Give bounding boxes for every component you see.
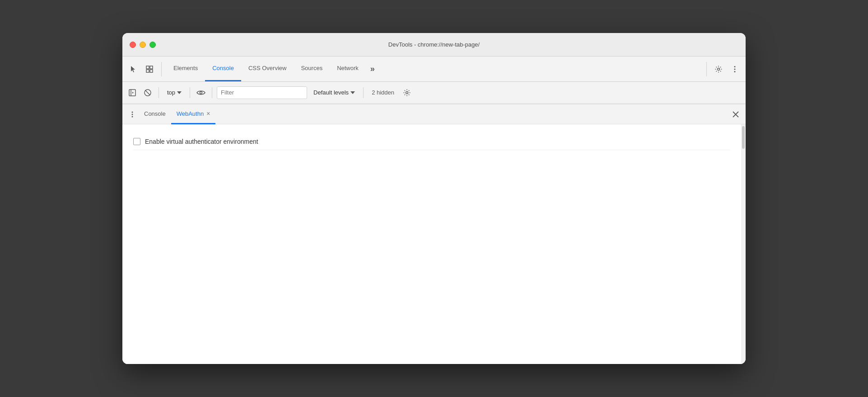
svg-rect-2	[146, 70, 149, 72]
devtools-window: DevTools - chrome://new-tab-page/ Elemen…	[122, 33, 746, 364]
traffic-lights	[130, 42, 156, 48]
webauthn-tab-close-button[interactable]: ×	[206, 110, 210, 117]
gear-icon	[714, 65, 723, 73]
svg-point-14	[132, 113, 133, 115]
play-sidebar-icon	[128, 89, 136, 97]
drawer-panel: Console WebAuthn × Enable virtual authe	[122, 104, 746, 364]
console-settings-button[interactable]	[401, 86, 413, 99]
console-separator-3	[212, 87, 212, 98]
toolbar-right	[711, 62, 742, 76]
svg-point-7	[734, 71, 736, 72]
svg-rect-3	[150, 70, 153, 72]
drawer-close-button[interactable]	[729, 108, 742, 121]
scrollbar-thumb[interactable]	[742, 126, 745, 149]
close-button[interactable]	[130, 42, 136, 48]
cursor-icon-button[interactable]	[126, 62, 140, 76]
title-bar: DevTools - chrome://new-tab-page/	[122, 33, 746, 57]
eye-icon	[196, 90, 205, 96]
svg-point-13	[132, 111, 133, 113]
webauthn-content: Enable virtual authenticator environment	[122, 124, 741, 251]
live-expressions-button[interactable]	[195, 86, 207, 99]
three-dots-vertical-icon	[131, 111, 133, 118]
console-separator-1	[159, 87, 159, 98]
scrollbar[interactable]	[741, 124, 746, 364]
minimize-button[interactable]	[140, 42, 146, 48]
context-dropdown[interactable]: top	[163, 87, 185, 98]
inspect-icon	[145, 65, 154, 73]
block-icon	[144, 89, 152, 97]
console-separator-2	[190, 87, 190, 98]
main-tabs: Elements Console CSS Overview Sources Ne…	[166, 57, 702, 81]
more-options-button[interactable]	[728, 62, 742, 76]
chevron-down-icon	[177, 91, 182, 94]
maximize-button[interactable]	[149, 42, 156, 48]
drawer-content: Enable virtual authenticator environment	[122, 124, 746, 364]
enable-virtual-auth-row: Enable virtual authenticator environment	[133, 133, 730, 150]
hidden-count-label: 2 hidden	[368, 89, 398, 96]
tab-console[interactable]: Console	[205, 56, 241, 81]
inspect-icon-button[interactable]	[142, 62, 157, 76]
empty-content-area	[122, 251, 741, 364]
svg-point-5	[734, 66, 736, 67]
close-icon	[733, 111, 739, 118]
tab-network[interactable]: Network	[330, 56, 366, 81]
sidebar-toggle-button[interactable]	[126, 86, 139, 99]
more-tabs-button[interactable]: »	[366, 56, 379, 81]
drawer-tab-console[interactable]: Console	[139, 104, 171, 124]
clear-console-button[interactable]	[141, 86, 154, 99]
tab-css-overview[interactable]: CSS Overview	[241, 56, 294, 81]
window-title: DevTools - chrome://new-tab-page/	[388, 41, 480, 48]
log-levels-dropdown[interactable]: Default levels	[310, 87, 359, 98]
svg-rect-0	[146, 66, 149, 69]
toolbar-separator-1	[161, 62, 162, 76]
enable-virtual-auth-checkbox[interactable]	[133, 138, 140, 145]
main-toolbar: Elements Console CSS Overview Sources Ne…	[122, 57, 746, 82]
cursor-icon	[129, 65, 137, 73]
settings-button[interactable]	[711, 62, 726, 76]
drawer-more-button[interactable]	[126, 108, 139, 121]
svg-point-11	[200, 91, 202, 94]
svg-point-6	[734, 68, 736, 70]
console-toolbar: top Default levels 2 hidden	[122, 82, 746, 104]
svg-line-10	[145, 90, 150, 95]
svg-point-15	[132, 116, 133, 117]
svg-rect-1	[150, 66, 153, 69]
drawer-toolbar: Console WebAuthn ×	[122, 104, 746, 124]
svg-point-12	[406, 91, 408, 94]
tab-sources[interactable]: Sources	[294, 56, 330, 81]
levels-chevron-icon	[350, 91, 355, 94]
content-scroll-area: Enable virtual authenticator environment	[122, 124, 741, 364]
console-gear-icon	[403, 89, 411, 97]
more-vertical-icon	[731, 65, 739, 73]
drawer-tab-webauthn[interactable]: WebAuthn ×	[171, 104, 216, 124]
svg-point-4	[718, 68, 720, 70]
console-separator-4	[363, 87, 364, 98]
filter-input[interactable]	[217, 86, 307, 99]
enable-virtual-auth-label: Enable virtual authenticator environment	[145, 138, 258, 145]
tab-elements[interactable]: Elements	[166, 56, 205, 81]
toolbar-separator-2	[706, 62, 707, 76]
